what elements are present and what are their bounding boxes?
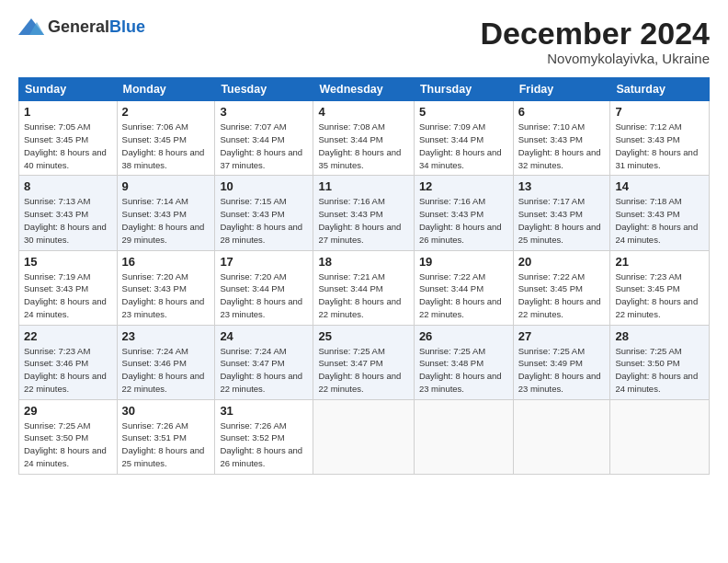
day-info: Sunrise: 7:06 AMSunset: 3:45 PMDaylight:… (122, 121, 210, 171)
day-number: 31 (220, 404, 308, 418)
calendar-table: SundayMondayTuesdayWednesdayThursdayFrid… (18, 77, 710, 474)
weekday-tuesday: Tuesday (215, 78, 313, 101)
week-row-5: 29Sunrise: 7:25 AMSunset: 3:50 PMDayligh… (19, 399, 710, 474)
day-info: Sunrise: 7:25 AMSunset: 3:48 PMDaylight:… (419, 345, 508, 396)
day-info: Sunrise: 7:08 AMSunset: 3:44 PMDaylight:… (318, 121, 408, 171)
day-cell: 23Sunrise: 7:24 AMSunset: 3:46 PMDayligh… (117, 325, 215, 399)
day-cell (414, 399, 513, 474)
day-cell (513, 399, 610, 474)
day-cell: 17Sunrise: 7:20 AMSunset: 3:44 PMDayligh… (215, 250, 313, 325)
day-cell: 4Sunrise: 7:08 AMSunset: 3:44 PMDaylight… (313, 101, 414, 176)
day-info: Sunrise: 7:07 AMSunset: 3:44 PMDaylight:… (220, 121, 308, 171)
day-number: 15 (24, 255, 112, 269)
day-number: 7 (615, 105, 704, 119)
day-info: Sunrise: 7:16 AMSunset: 3:43 PMDaylight:… (318, 195, 408, 246)
weekday-sunday: Sunday (19, 78, 118, 101)
day-info: Sunrise: 7:21 AMSunset: 3:44 PMDaylight:… (318, 270, 408, 321)
day-cell: 24Sunrise: 7:24 AMSunset: 3:47 PMDayligh… (215, 325, 313, 399)
day-info: Sunrise: 7:25 AMSunset: 3:47 PMDaylight:… (318, 345, 408, 396)
day-cell: 27Sunrise: 7:25 AMSunset: 3:49 PMDayligh… (513, 325, 610, 399)
day-number: 24 (220, 329, 308, 343)
day-info: Sunrise: 7:15 AMSunset: 3:43 PMDaylight:… (220, 195, 308, 246)
day-number: 1 (24, 105, 112, 119)
logo-general: General (48, 17, 109, 36)
day-info: Sunrise: 7:19 AMSunset: 3:43 PMDaylight:… (24, 270, 112, 321)
day-cell: 2Sunrise: 7:06 AMSunset: 3:45 PMDaylight… (117, 101, 215, 176)
day-cell: 1Sunrise: 7:05 AMSunset: 3:45 PMDaylight… (19, 101, 118, 176)
week-row-4: 22Sunrise: 7:23 AMSunset: 3:46 PMDayligh… (19, 325, 710, 399)
page: GeneralBlue December 2024 Novomykolayivk… (0, 0, 728, 488)
day-info: Sunrise: 7:17 AMSunset: 3:43 PMDaylight:… (518, 195, 606, 246)
day-cell: 20Sunrise: 7:22 AMSunset: 3:45 PMDayligh… (513, 250, 610, 325)
day-number: 5 (419, 105, 508, 119)
day-number: 21 (615, 255, 704, 269)
day-number: 12 (419, 179, 508, 193)
day-number: 11 (318, 179, 408, 193)
day-number: 25 (318, 329, 408, 343)
day-cell: 16Sunrise: 7:20 AMSunset: 3:43 PMDayligh… (117, 250, 215, 325)
day-info: Sunrise: 7:10 AMSunset: 3:43 PMDaylight:… (518, 121, 606, 171)
week-row-2: 8Sunrise: 7:13 AMSunset: 3:43 PMDaylight… (19, 176, 710, 250)
day-info: Sunrise: 7:26 AMSunset: 3:51 PMDaylight:… (122, 419, 210, 470)
day-info: Sunrise: 7:20 AMSunset: 3:43 PMDaylight:… (122, 270, 210, 321)
day-cell: 29Sunrise: 7:25 AMSunset: 3:50 PMDayligh… (19, 399, 118, 474)
day-number: 16 (122, 255, 210, 269)
header: GeneralBlue December 2024 Novomykolayivk… (18, 17, 710, 66)
day-number: 27 (518, 329, 606, 343)
day-cell: 26Sunrise: 7:25 AMSunset: 3:48 PMDayligh… (414, 325, 513, 399)
day-number: 26 (419, 329, 508, 343)
day-info: Sunrise: 7:24 AMSunset: 3:47 PMDaylight:… (220, 345, 308, 396)
day-cell: 13Sunrise: 7:17 AMSunset: 3:43 PMDayligh… (513, 176, 610, 250)
day-number: 9 (122, 179, 210, 193)
day-info: Sunrise: 7:26 AMSunset: 3:52 PMDaylight:… (220, 419, 308, 470)
day-number: 18 (318, 255, 408, 269)
day-cell: 22Sunrise: 7:23 AMSunset: 3:46 PMDayligh… (19, 325, 118, 399)
logo-blue: Blue (109, 17, 145, 36)
day-cell: 19Sunrise: 7:22 AMSunset: 3:44 PMDayligh… (414, 250, 513, 325)
weekday-wednesday: Wednesday (313, 78, 414, 101)
weekday-friday: Friday (513, 78, 610, 101)
day-cell: 11Sunrise: 7:16 AMSunset: 3:43 PMDayligh… (313, 176, 414, 250)
month-title: December 2024 (480, 17, 710, 51)
day-cell: 30Sunrise: 7:26 AMSunset: 3:51 PMDayligh… (117, 399, 215, 474)
day-info: Sunrise: 7:16 AMSunset: 3:43 PMDaylight:… (419, 195, 508, 246)
day-number: 10 (220, 179, 308, 193)
day-cell: 6Sunrise: 7:10 AMSunset: 3:43 PMDaylight… (513, 101, 610, 176)
day-cell: 31Sunrise: 7:26 AMSunset: 3:52 PMDayligh… (215, 399, 313, 474)
weekday-header-row: SundayMondayTuesdayWednesdayThursdayFrid… (19, 78, 710, 101)
day-info: Sunrise: 7:23 AMSunset: 3:45 PMDaylight:… (615, 270, 704, 321)
week-row-1: 1Sunrise: 7:05 AMSunset: 3:45 PMDaylight… (19, 101, 710, 176)
day-number: 19 (419, 255, 508, 269)
day-cell: 3Sunrise: 7:07 AMSunset: 3:44 PMDaylight… (215, 101, 313, 176)
title-block: December 2024 Novomykolayivka, Ukraine (480, 17, 710, 66)
day-cell: 10Sunrise: 7:15 AMSunset: 3:43 PMDayligh… (215, 176, 313, 250)
day-cell: 28Sunrise: 7:25 AMSunset: 3:50 PMDayligh… (610, 325, 710, 399)
day-cell: 25Sunrise: 7:25 AMSunset: 3:47 PMDayligh… (313, 325, 414, 399)
day-info: Sunrise: 7:05 AMSunset: 3:45 PMDaylight:… (24, 121, 112, 171)
day-info: Sunrise: 7:24 AMSunset: 3:46 PMDaylight:… (122, 345, 210, 396)
day-info: Sunrise: 7:23 AMSunset: 3:46 PMDaylight:… (24, 345, 112, 396)
day-info: Sunrise: 7:09 AMSunset: 3:44 PMDaylight:… (419, 121, 508, 171)
day-info: Sunrise: 7:14 AMSunset: 3:43 PMDaylight:… (122, 195, 210, 246)
day-number: 2 (122, 105, 210, 119)
day-info: Sunrise: 7:20 AMSunset: 3:44 PMDaylight:… (220, 270, 308, 321)
day-number: 14 (615, 179, 704, 193)
location-subtitle: Novomykolayivka, Ukraine (480, 51, 710, 66)
day-number: 30 (122, 404, 210, 418)
day-number: 8 (24, 179, 112, 193)
day-number: 28 (615, 329, 704, 343)
day-number: 3 (220, 105, 308, 119)
day-cell: 9Sunrise: 7:14 AMSunset: 3:43 PMDaylight… (117, 176, 215, 250)
day-cell: 12Sunrise: 7:16 AMSunset: 3:43 PMDayligh… (414, 176, 513, 250)
weekday-monday: Monday (117, 78, 215, 101)
day-number: 13 (518, 179, 606, 193)
day-number: 17 (220, 255, 308, 269)
week-row-3: 15Sunrise: 7:19 AMSunset: 3:43 PMDayligh… (19, 250, 710, 325)
day-cell (610, 399, 710, 474)
weekday-saturday: Saturday (610, 78, 710, 101)
logo-icon (18, 17, 44, 37)
day-info: Sunrise: 7:18 AMSunset: 3:43 PMDaylight:… (615, 195, 704, 246)
day-cell: 18Sunrise: 7:21 AMSunset: 3:44 PMDayligh… (313, 250, 414, 325)
day-info: Sunrise: 7:22 AMSunset: 3:44 PMDaylight:… (419, 270, 508, 321)
logo-text: GeneralBlue (48, 17, 145, 37)
